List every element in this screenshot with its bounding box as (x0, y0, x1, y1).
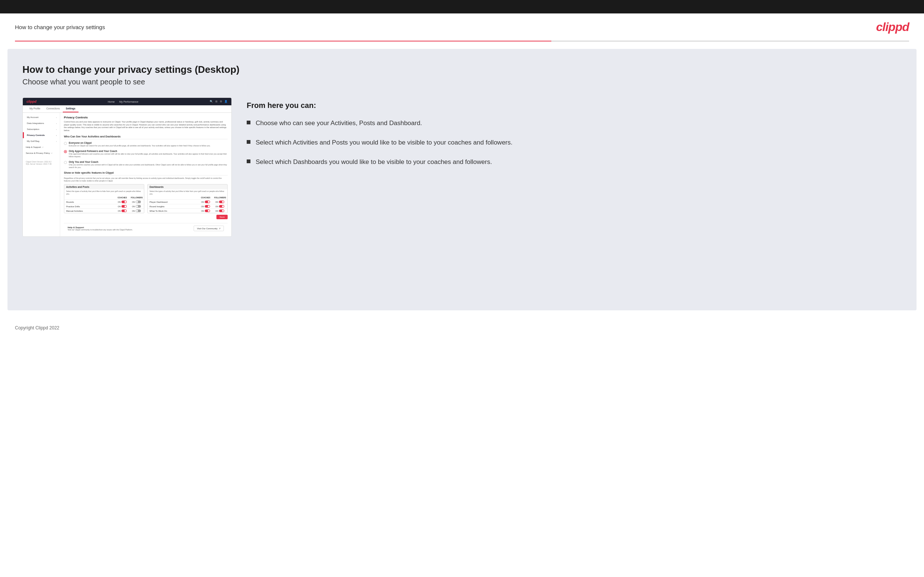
settings-icon: ⚙ (220, 100, 222, 103)
toggle-insights-followers[interactable] (219, 205, 224, 208)
toggle-drills-coaches[interactable] (121, 205, 127, 208)
show-hide-title: Show or hide specific features in Clippd (64, 171, 228, 176)
help-section: Help & Support Visit our Clippd communit… (64, 223, 228, 234)
chevron-icon: › (56, 116, 57, 118)
toggle-player-dash-coaches[interactable] (205, 201, 210, 203)
two-col-layout: clippd Home My Performance 🔍 ⊞ ⚙ 👤 My Pr… (23, 97, 901, 237)
search-icon: 🔍 (210, 100, 213, 103)
nav-link-performance: My Performance (119, 100, 138, 103)
app-mockup: clippd Home My Performance 🔍 ⊞ ⚙ 👤 My Pr… (23, 98, 231, 236)
toggle-rounds-coaches[interactable] (121, 201, 127, 203)
bullet-square-1 (247, 121, 250, 124)
radio-content-approved: Only Approved Followers and Your Coach O… (69, 150, 228, 158)
dashboards-desc: Select the types of activity that you'd … (148, 189, 227, 196)
who-can-see-title: Who Can See Your Activities and Dashboar… (64, 135, 228, 139)
sidebar-link-help[interactable]: Help & Support ↗ (23, 144, 60, 150)
chevron-icon: › (56, 128, 57, 131)
toggle-work-on-followers[interactable] (219, 210, 224, 212)
bullet-item-2: Select which Activities and Posts you wo… (247, 138, 901, 147)
feature-row-manual-activities: Manual Activities ON ON (64, 208, 144, 213)
privacy-controls-desc: Control how you and your data appears to… (64, 121, 228, 132)
sidebar-item-my-account[interactable]: My Account › (23, 114, 60, 120)
activities-posts-desc: Select the types of activity that you'd … (64, 189, 144, 196)
toggle-manual-coaches[interactable] (121, 210, 127, 212)
radio-everyone[interactable]: Everyone on Clippd Everyone on Clippd ca… (64, 142, 228, 147)
app-nav-logo: clippd (27, 100, 37, 103)
top-bar (0, 0, 924, 13)
toggle-player-dash-followers[interactable] (219, 201, 224, 203)
toggle-manual-followers[interactable] (136, 210, 141, 212)
user-avatar-icon: 👤 (224, 100, 228, 103)
save-row: Save (64, 213, 228, 221)
sidebar-item-data-integrations[interactable]: Data Integrations › (23, 120, 60, 126)
toggle-work-on-coaches[interactable] (205, 210, 210, 212)
dashboards-table-header: COACHES FOLLOWERS (148, 196, 227, 200)
app-sidebar: My Account › Data Integrations › Subscri… (23, 113, 60, 236)
activities-table-header: COACHES FOLLOWERS (64, 196, 144, 200)
features-row: Activities and Posts Select the types of… (64, 184, 228, 213)
feature-row-what-to-work-on: What To Work On ON ON (148, 208, 227, 213)
bullet-square-2 (247, 140, 250, 144)
external-link-icon: ↗ (219, 227, 221, 230)
app-main-panel: Privacy Controls Control how you and you… (60, 113, 231, 236)
radio-circle-only-you (64, 161, 67, 164)
chevron-icon: › (56, 122, 57, 124)
help-text-group: Help & Support Visit our Clippd communit… (68, 226, 133, 231)
copyright: Copyright Clippd 2022 (15, 325, 60, 330)
app-body: My Account › Data Integrations › Subscri… (23, 113, 231, 236)
sidebar-item-subscription[interactable]: Subscription › (23, 126, 60, 132)
from-here-label: From here you can: (247, 101, 901, 110)
header: How to change your privacy settings clip… (0, 13, 924, 41)
privacy-controls-title: Privacy Controls (64, 116, 228, 119)
page-subheading: Choose what you want people to see (23, 78, 901, 86)
grid-icon: ⊞ (215, 100, 218, 103)
sidebar-version: Clippd Client Version: 2022.8.2SQL Serve… (23, 159, 60, 166)
bullet-text-1: Choose who can see your Activities, Post… (256, 119, 422, 128)
radio-circle-everyone (64, 142, 67, 145)
app-nav: clippd Home My Performance 🔍 ⊞ ⚙ 👤 (23, 98, 231, 105)
tab-settings[interactable]: Settings (63, 105, 79, 113)
page-heading: How to change your privacy settings (Des… (23, 64, 901, 76)
dashboards-header: Dashboards (148, 184, 227, 189)
radio-content-only-you: Only You and Your Coach Only you and the… (69, 161, 228, 168)
header-title: How to change your privacy settings (15, 24, 105, 30)
app-nav-links: Home My Performance (108, 100, 138, 103)
app-tabs: My Profile Connections Settings (23, 105, 231, 113)
bullet-text-3: Select which Dashboards you would like t… (256, 158, 492, 166)
chevron-icon: › (56, 140, 57, 142)
bullet-item-1: Choose who can see your Activities, Post… (247, 119, 901, 128)
footer: Copyright Clippd 2022 (0, 318, 924, 338)
logo: clippd (876, 20, 909, 34)
chevron-icon: › (56, 134, 57, 136)
radio-only-you[interactable]: Only You and Your Coach Only you and the… (64, 161, 228, 168)
save-button[interactable]: Save (216, 215, 228, 219)
header-divider (15, 41, 909, 42)
sidebar-item-my-golf-bag[interactable]: My Golf Bag › (23, 138, 60, 144)
radio-content-everyone: Everyone on Clippd Everyone on Clippd ca… (69, 142, 210, 147)
feature-row-rounds: Rounds ON ON (64, 200, 144, 204)
screenshot-area: clippd Home My Performance 🔍 ⊞ ⚙ 👤 My Pr… (23, 97, 232, 237)
radio-approved-followers[interactable]: Only Approved Followers and Your Coach O… (64, 150, 228, 158)
activities-posts-header: Activities and Posts (64, 184, 144, 189)
sidebar-link-privacy-policy[interactable]: Service & Privacy Policy ↗ (23, 150, 60, 156)
info-panel: From here you can: Choose who can see yo… (247, 97, 901, 177)
toggle-insights-coaches[interactable] (205, 205, 210, 208)
toggle-drills-followers[interactable] (136, 205, 141, 208)
bullet-item-3: Select which Dashboards you would like t… (247, 158, 901, 166)
visit-community-button[interactable]: Visit Our Community ↗ (194, 226, 224, 231)
bullet-square-3 (247, 160, 250, 163)
feature-row-practice-drills: Practice Drills ON ON (64, 204, 144, 208)
sidebar-item-privacy-controls[interactable]: Privacy Controls › (23, 132, 60, 138)
show-hide-desc: Regardless of the privacy controls that … (64, 177, 228, 182)
feature-row-round-insights: Round Insights ON ON (148, 204, 227, 208)
radio-circle-approved (64, 150, 67, 153)
app-nav-icons: 🔍 ⊞ ⚙ 👤 (210, 100, 228, 103)
bullet-text-2: Select which Activities and Posts you wo… (256, 138, 512, 147)
tab-my-profile[interactable]: My Profile (27, 105, 44, 113)
toggle-rounds-followers[interactable] (136, 201, 141, 203)
nav-link-home: Home (108, 100, 115, 103)
dashboards-box: Dashboards Select the types of activity … (147, 184, 228, 213)
tab-connections[interactable]: Connections (44, 105, 63, 113)
main-content: How to change your privacy settings (Des… (8, 49, 916, 310)
bullet-list: Choose who can see your Activities, Post… (247, 119, 901, 166)
